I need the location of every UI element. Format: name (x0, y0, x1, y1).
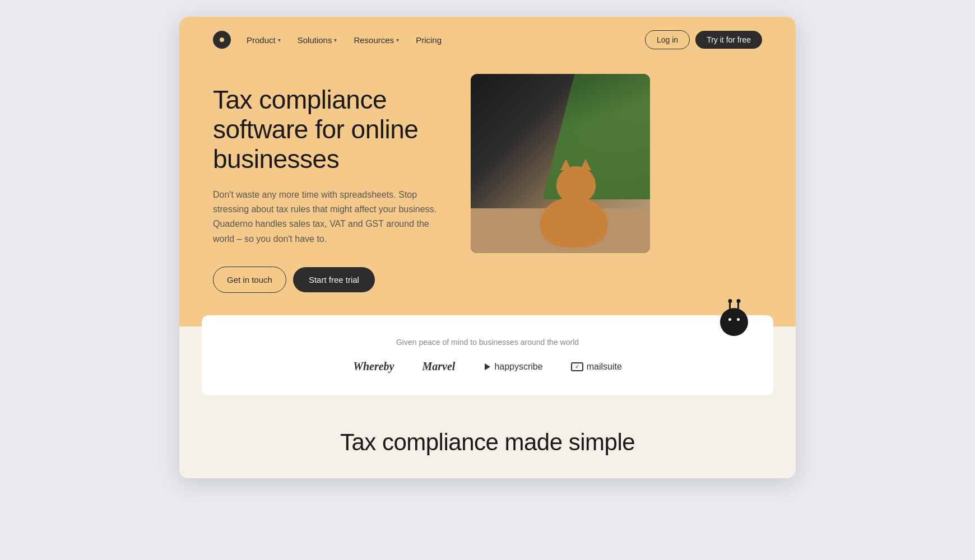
nav-pricing-label: Pricing (416, 35, 442, 45)
nav-resources-label: Resources (354, 35, 394, 45)
logo-mailsuite: ✓ mailsuite (571, 362, 622, 372)
navbar: Product ▾ Solutions ▾ Resources ▾ Pricin… (179, 17, 796, 63)
nav-item-solutions[interactable]: Solutions ▾ (291, 31, 344, 49)
hero-description: Don't waste any more time with spreadshe… (213, 188, 437, 247)
nav-links: Product ▾ Solutions ▾ Resources ▾ Pricin… (213, 31, 448, 49)
nav-item-resources[interactable]: Resources ▾ (347, 31, 406, 49)
trust-section: Given peace of mind to businesses around… (202, 315, 773, 395)
nav-product-label: Product (247, 35, 276, 45)
hero-title: Tax compliance software for online busin… (213, 85, 437, 174)
happyscribe-label: happyscribe (494, 362, 542, 372)
nav-item-pricing[interactable]: Pricing (409, 31, 448, 49)
whereby-label: Whereby (353, 360, 394, 372)
chevron-down-icon: ▾ (278, 37, 281, 43)
logo-happyscribe: happyscribe (483, 362, 542, 372)
hero-image (471, 74, 650, 253)
cat-head (556, 166, 596, 203)
bottom-section: Tax compliance made simple (179, 395, 796, 478)
mailsuite-label: mailsuite (587, 362, 622, 372)
try-free-button[interactable]: Try it for free (695, 31, 762, 49)
hero-image-inner (471, 74, 650, 253)
bottom-title: Tax compliance made simple (213, 429, 762, 456)
char-head (720, 308, 748, 336)
get-in-touch-button[interactable]: Get in touch (213, 267, 286, 293)
cat-ear-left (560, 159, 572, 170)
marvel-label: Marvel (422, 360, 456, 372)
trust-logos: Whereby Marvel happyscribe ✓ mailsuite (235, 360, 740, 373)
char-eye-right (737, 318, 740, 321)
happyscribe-icon (483, 362, 492, 371)
mail-icon: ✓ (571, 362, 583, 371)
chevron-down-icon: ▾ (334, 37, 337, 43)
char-eye-left (728, 318, 731, 321)
hero-section: Product ▾ Solutions ▾ Resources ▾ Pricin… (179, 17, 796, 326)
nav-solutions-label: Solutions (298, 35, 332, 45)
nav-item-product[interactable]: Product ▾ (240, 31, 287, 49)
start-trial-button[interactable]: Start free trial (293, 267, 375, 292)
char-eyes (728, 318, 740, 321)
logo-icon (213, 31, 231, 49)
logo-whereby: Whereby (353, 360, 394, 373)
login-button[interactable]: Log in (645, 30, 690, 49)
browser-window: Product ▾ Solutions ▾ Resources ▾ Pricin… (179, 17, 796, 478)
mascot-character (717, 301, 751, 338)
hero-content: Tax compliance software for online busin… (179, 63, 796, 293)
trust-tagline: Given peace of mind to businesses around… (235, 338, 740, 347)
nav-actions: Log in Try it for free (645, 30, 762, 49)
cat-body (540, 197, 607, 248)
logo-marvel: Marvel (422, 360, 456, 373)
hero-text-block: Tax compliance software for online busin… (213, 74, 437, 293)
check-icon: ✓ (575, 363, 579, 370)
hero-buttons: Get in touch Start free trial (213, 267, 437, 293)
cat-ear-right (580, 159, 591, 170)
chevron-down-icon: ▾ (396, 37, 399, 43)
svg-marker-0 (485, 363, 490, 370)
